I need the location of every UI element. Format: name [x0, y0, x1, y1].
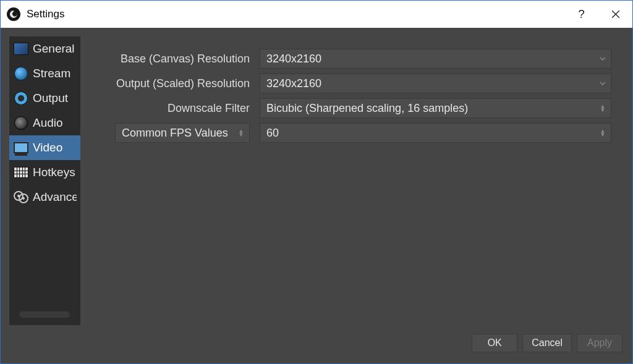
sidebar-item-label: Output — [33, 91, 68, 105]
monitor-icon — [13, 41, 29, 57]
help-icon: ? — [578, 7, 585, 21]
speaker-icon — [13, 115, 29, 131]
sidebar-item-output[interactable]: Output — [9, 86, 80, 111]
chevron-down-icon — [598, 82, 607, 85]
base-resolution-select[interactable]: 3240x2160 — [260, 49, 611, 69]
keyboard-icon — [13, 164, 29, 180]
cancel-button[interactable]: Cancel — [522, 334, 572, 352]
dialog-footer: OK Cancel Apply — [9, 325, 624, 355]
sidebar-item-audio[interactable]: Audio — [9, 111, 80, 135]
row-downscale-filter: Downscale Filter Bicubic (Sharpened scal… — [93, 98, 611, 118]
downscale-filter-select[interactable]: Bicubic (Sharpened scaling, 16 samples) … — [260, 98, 611, 118]
obs-logo-icon — [7, 7, 20, 21]
apply-button-label: Apply — [587, 337, 612, 349]
spinner-icon: ▲▼ — [237, 129, 245, 137]
output-resolution-value: 3240x2160 — [266, 77, 321, 90]
fps-type-value: Common FPS Values — [122, 127, 228, 140]
chevron-down-icon — [598, 57, 607, 61]
fps-type-select[interactable]: Common FPS Values ▲▼ — [115, 123, 250, 143]
sidebar-item-general[interactable]: General — [9, 36, 80, 61]
fps-type-area: Common FPS Values ▲▼ — [93, 123, 253, 143]
output-resolution-label: Output (Scaled) Resolution — [93, 77, 253, 90]
downscale-filter-value: Bicubic (Sharpened scaling, 16 samples) — [266, 102, 468, 115]
titlebar: Settings ? — [1, 1, 632, 28]
ok-button[interactable]: OK — [472, 334, 517, 352]
titlebar-controls: ? — [564, 1, 632, 28]
sidebar-item-label: Audio — [33, 116, 63, 130]
base-resolution-value: 3240x2160 — [266, 53, 321, 66]
broadcast-icon — [13, 90, 29, 106]
gears-icon — [13, 189, 29, 205]
settings-window: Settings ? General — [0, 0, 633, 364]
spinner-icon: ▲▼ — [598, 104, 607, 112]
titlebar-left: Settings — [7, 1, 64, 28]
sidebar-item-hotkeys[interactable]: Hotkeys — [9, 160, 80, 185]
apply-button[interactable]: Apply — [577, 334, 622, 352]
row-output-resolution: Output (Scaled) Resolution 3240x2160 — [93, 74, 611, 93]
fps-value-select[interactable]: 60 ▲▼ — [260, 123, 611, 143]
sidebar-item-label: Advanced — [33, 190, 77, 204]
row-fps: Common FPS Values ▲▼ 60 ▲▼ — [93, 123, 611, 143]
cancel-button-label: Cancel — [532, 337, 563, 349]
help-button[interactable]: ? — [564, 1, 598, 28]
globe-icon — [13, 66, 29, 82]
sidebar-item-advanced[interactable]: Advanced — [9, 185, 80, 210]
close-icon — [611, 10, 620, 19]
sidebar-list: General Stream Output Audio — [9, 36, 80, 325]
sidebar-item-stream[interactable]: Stream — [9, 61, 80, 86]
sidebar-item-label: Video — [33, 141, 62, 154]
fps-value: 60 — [266, 127, 279, 140]
body: General Stream Output Audio — [1, 28, 632, 363]
base-resolution-label: Base (Canvas) Resolution — [93, 53, 253, 66]
sidebar-horizontal-scrollbar[interactable] — [19, 311, 70, 318]
sidebar-item-label: Stream — [33, 67, 70, 80]
display-icon — [13, 140, 29, 156]
sidebar-item-label: General — [33, 42, 75, 56]
window-title: Settings — [27, 8, 64, 20]
downscale-filter-label: Downscale Filter — [93, 102, 253, 115]
sidebar-item-video[interactable]: Video — [9, 135, 80, 160]
spinner-icon: ▲▼ — [598, 129, 607, 137]
output-resolution-select[interactable]: 3240x2160 — [260, 74, 611, 93]
row-base-resolution: Base (Canvas) Resolution 3240x2160 — [93, 49, 611, 69]
workarea: General Stream Output Audio — [9, 36, 624, 325]
sidebar: General Stream Output Audio — [9, 36, 80, 325]
close-button[interactable] — [598, 1, 632, 28]
video-settings-panel: Base (Canvas) Resolution 3240x2160 Outpu… — [80, 36, 624, 325]
sidebar-item-label: Hotkeys — [33, 166, 75, 179]
ok-button-label: OK — [488, 337, 502, 349]
